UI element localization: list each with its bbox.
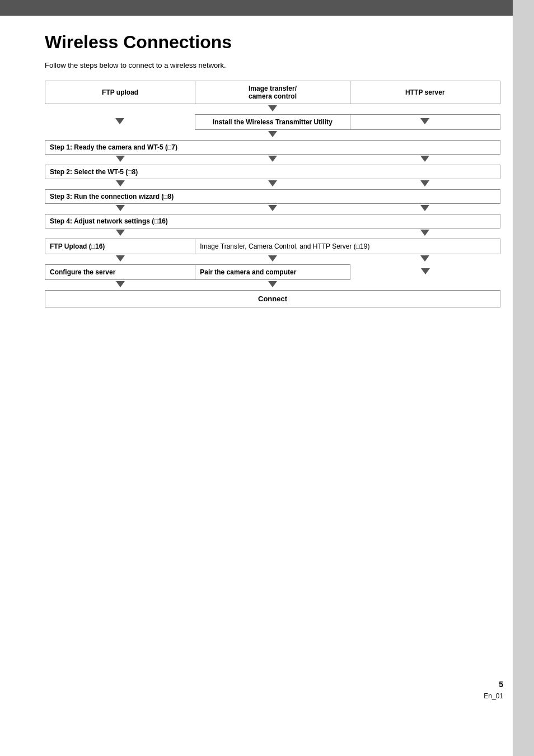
step2-row: Step 2: Select the WT-5 (□8) (45, 165, 500, 179)
arrow-icon-5b (268, 205, 277, 211)
arrow-down-icon (268, 105, 277, 111)
connect-row: Connect (45, 291, 500, 307)
arrow-icon-6c (420, 230, 429, 236)
arrow-icon-3b (268, 156, 277, 162)
arrow-row-2 (45, 130, 500, 141)
arrow-icon-3c (420, 156, 429, 162)
arrow-down-icon-2 (268, 131, 277, 137)
subtitle: Follow the steps below to connect to a w… (45, 61, 500, 69)
install-utility-cell: Install the Wireless Transmitter Utility (195, 115, 350, 130)
pair-camera-cell: Pair the camera and computer (195, 265, 350, 280)
arrow-row-4 (45, 179, 500, 190)
main-content: Wireless Connections Follow the steps be… (45, 27, 500, 307)
arrow-row-1 (45, 104, 500, 115)
configure-server-cell: Configure the server (45, 265, 195, 280)
upload-transfer-row: FTP Upload (□16) Image Transfer, Camera … (45, 239, 500, 254)
arrow-icon-7b (268, 255, 277, 262)
top-bar (0, 0, 534, 16)
install-row: Install the Wireless Transmitter Utility (45, 115, 500, 130)
arrow-icon-4a (116, 180, 125, 186)
arrow-icon-6a (116, 230, 125, 236)
col2-header: Image transfer/ camera control (195, 81, 350, 104)
ftp-upload-cell: FTP Upload (□16) (45, 239, 195, 254)
connect-cell: Connect (45, 291, 500, 307)
configure-pair-row: Configure the server Pair the camera and… (45, 265, 500, 280)
arrow-row-6 (45, 228, 500, 239)
arrow-row-7 (45, 254, 500, 265)
arrow-row-8 (45, 280, 500, 291)
flow-diagram: FTP upload Image transfer/ camera contro… (45, 81, 500, 307)
col1-header: FTP upload (45, 81, 195, 104)
step1-row: Step 1: Ready the camera and WT-5 (□7) (45, 141, 500, 155)
arrow-icon-7a (116, 255, 125, 262)
arrow-icon-5c (420, 205, 429, 211)
arrow-icon-4c (420, 180, 429, 186)
page-number: 5 (499, 680, 503, 689)
arrow-icon-5a (116, 205, 125, 211)
arrow-icon-9b (268, 281, 277, 287)
arrow-icon-8c (421, 268, 430, 274)
arrow-icon-4b (268, 180, 277, 186)
arrow-right-icon (420, 118, 429, 124)
arrow-row-5 (45, 204, 500, 214)
arrow-row-3 (45, 155, 500, 165)
image-transfer-cell: Image Transfer, Camera Control, and HTTP… (195, 239, 500, 254)
right-strip (513, 0, 534, 756)
page-title: Wireless Connections (45, 32, 500, 52)
col3-header: HTTP server (350, 81, 500, 104)
step3-row: Step 3: Run the connection wizard (□8) (45, 190, 500, 204)
arrow-icon-9a (116, 281, 125, 287)
page-code: En_01 (484, 692, 503, 700)
header-row: FTP upload Image transfer/ camera contro… (45, 81, 500, 104)
arrow-icon-3a (116, 156, 125, 162)
arrow-icon-7c (420, 255, 429, 262)
step4-row: Step 4: Adjust network settings (□16) (45, 214, 500, 228)
arrow-left-icon (115, 118, 124, 124)
